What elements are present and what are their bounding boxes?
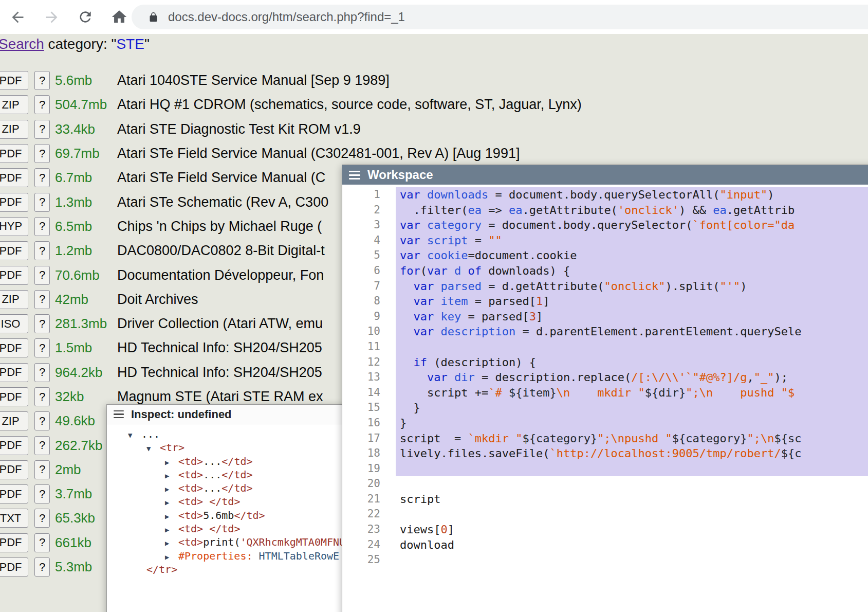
disclosure-closed-icon[interactable]: ▶: [165, 482, 178, 496]
tree-node[interactable]: ▶#Properties: HTMLTableRowE: [107, 549, 373, 563]
file-type-button[interactable]: PDF: [0, 460, 28, 479]
code-line[interactable]: var description = d.parentElement.parent…: [396, 324, 868, 339]
code-line[interactable]: }: [396, 400, 868, 416]
code-line[interactable]: var parsed = d.getAttribute("onclick").s…: [396, 279, 868, 294]
code-line[interactable]: [396, 461, 868, 477]
tree-node[interactable]: </tr>: [107, 563, 373, 576]
file-type-button[interactable]: PDF: [0, 144, 28, 163]
file-help-button[interactable]: ?: [34, 241, 50, 260]
file-type-button[interactable]: PDF: [0, 266, 28, 285]
file-type-button[interactable]: PDF: [0, 193, 28, 212]
file-type-button[interactable]: PDF: [0, 71, 28, 90]
code-line[interactable]: [396, 476, 868, 492]
file-type-button[interactable]: ZIP: [0, 290, 28, 309]
code-line[interactable]: for(var d of downloads) {: [396, 263, 868, 279]
menu-icon[interactable]: [349, 171, 360, 179]
code-line[interactable]: var item = parsed[1]: [396, 294, 868, 309]
tree-node[interactable]: ▶<td> </td>: [107, 495, 373, 508]
code-line[interactable]: script +=`# ${item}\n mkdir "${dir}";\n …: [396, 385, 868, 401]
file-help-button[interactable]: ?: [34, 557, 50, 577]
code-area[interactable]: var downloads = document.body.querySelec…: [396, 185, 868, 612]
search-link[interactable]: Search: [0, 36, 44, 52]
disclosure-closed-icon[interactable]: ▶: [165, 456, 178, 469]
inspector-titlebar[interactable]: Inspect: undefined: [107, 405, 373, 424]
menu-icon[interactable]: [114, 410, 124, 419]
file-help-button[interactable]: ?: [34, 314, 50, 333]
file-help-button[interactable]: ?: [34, 533, 50, 552]
code-line[interactable]: var cookie=document.cookie: [396, 248, 868, 263]
code-line[interactable]: download: [396, 537, 868, 553]
code-line[interactable]: views[0]: [396, 522, 868, 537]
tree-node[interactable]: ▶<td>...</td>: [107, 481, 373, 495]
file-help-button[interactable]: ?: [34, 120, 50, 139]
tree-node[interactable]: ▼<tr>: [107, 441, 373, 454]
file-help-button[interactable]: ?: [34, 217, 50, 236]
disclosure-closed-icon[interactable]: ▶: [165, 496, 178, 509]
file-type-button[interactable]: PDF: [0, 168, 28, 187]
file-type-button[interactable]: PDF: [0, 338, 28, 357]
file-type-button[interactable]: PDF: [0, 241, 28, 260]
file-type-button[interactable]: HYP: [0, 217, 28, 236]
file-type-button[interactable]: ZIP: [0, 95, 28, 114]
file-help-button[interactable]: ?: [34, 266, 50, 285]
workspace-titlebar[interactable]: Workspace: [342, 165, 868, 185]
code-line[interactable]: }: [396, 416, 868, 431]
file-help-button[interactable]: ?: [34, 460, 50, 479]
file-type-button[interactable]: ZIP: [0, 120, 28, 139]
code-line[interactable]: lively.files.saveFile(`http://localhost:…: [396, 446, 868, 461]
back-button[interactable]: [8, 8, 27, 26]
file-help-button[interactable]: ?: [34, 509, 50, 528]
code-line[interactable]: var script = "": [396, 233, 868, 248]
address-bar[interactable]: docs.dev-docs.org/htm/search.php?find=_1: [132, 5, 868, 29]
forward-button[interactable]: [42, 8, 61, 26]
file-help-button[interactable]: ?: [34, 168, 50, 187]
code-line[interactable]: var key = parsed[3]: [396, 309, 868, 325]
code-line[interactable]: var category = document.body.querySelect…: [396, 218, 868, 233]
code-line[interactable]: [396, 552, 868, 568]
code-line[interactable]: var dir = description.replace(/[:\/\\'`"…: [396, 370, 868, 385]
file-type-button[interactable]: PDF: [0, 557, 28, 577]
file-type-button[interactable]: PDF: [0, 533, 28, 552]
file-help-button[interactable]: ?: [34, 387, 50, 406]
file-type-button[interactable]: PDF: [0, 363, 28, 382]
file-help-button[interactable]: ?: [34, 436, 50, 455]
code-line[interactable]: [396, 507, 868, 522]
file-help-button[interactable]: ?: [34, 484, 50, 503]
disclosure-closed-icon[interactable]: ▶: [165, 523, 178, 536]
file-help-button[interactable]: ?: [34, 338, 50, 357]
code-line[interactable]: var downloads = document.body.querySelec…: [396, 187, 868, 203]
tree-node[interactable]: ▶<td>print('QXRhcmkgMTA0MFNU: [107, 535, 373, 549]
file-type-button[interactable]: TXT: [0, 509, 28, 528]
file-type-button[interactable]: ISO: [0, 314, 28, 333]
file-help-button[interactable]: ?: [34, 144, 50, 163]
file-help-button[interactable]: ?: [34, 95, 50, 114]
disclosure-closed-icon[interactable]: ▶: [165, 550, 178, 564]
code-editor[interactable]: 1234567891011121314151617181920212223242…: [342, 185, 868, 612]
tree-node[interactable]: ▶<td>...</td>: [107, 455, 373, 468]
file-help-button[interactable]: ?: [34, 193, 50, 212]
code-line[interactable]: if (description) {: [396, 355, 868, 370]
code-line[interactable]: script: [396, 492, 868, 507]
disclosure-open-icon[interactable]: ▼: [146, 442, 160, 455]
tree-node[interactable]: ▶<td> </td>: [107, 522, 373, 535]
code-line[interactable]: script = `mkdir "${category}";\npushd "$…: [396, 431, 868, 446]
disclosure-open-icon[interactable]: ▼: [128, 428, 141, 442]
file-help-button[interactable]: ?: [34, 71, 50, 90]
disclosure-closed-icon[interactable]: ▶: [165, 510, 178, 523]
file-help-button[interactable]: ?: [34, 290, 50, 309]
refresh-button[interactable]: [76, 8, 95, 26]
code-line[interactable]: .filter(ea => ea.getAttribute('onclick')…: [396, 203, 868, 218]
disclosure-closed-icon[interactable]: ▶: [165, 536, 178, 550]
code-line[interactable]: [396, 339, 868, 355]
file-type-button[interactable]: ZIP: [0, 411, 28, 430]
file-type-button[interactable]: PDF: [0, 484, 28, 503]
file-type-button[interactable]: PDF: [0, 387, 28, 406]
tree-node[interactable]: ▶<td>5.6mb</td>: [107, 509, 373, 522]
disclosure-closed-icon[interactable]: ▶: [165, 469, 178, 482]
home-button[interactable]: [110, 8, 128, 26]
tree-node[interactable]: ▶<td>...</td>: [107, 468, 373, 481]
tree-node[interactable]: ▼...: [107, 427, 373, 441]
file-help-button[interactable]: ?: [34, 411, 50, 430]
file-type-button[interactable]: PDF: [0, 436, 28, 455]
file-help-button[interactable]: ?: [34, 363, 50, 382]
